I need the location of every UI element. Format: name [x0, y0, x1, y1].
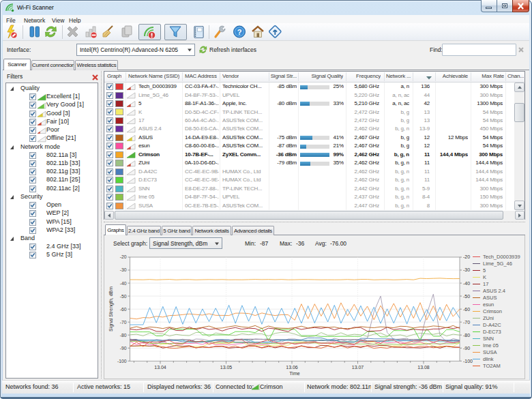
- svg-text:-30: -30: [463, 267, 470, 272]
- svg-text:-50: -50: [120, 294, 127, 299]
- svg-text:-60: -60: [120, 307, 127, 312]
- svg-text:-60: -60: [463, 307, 470, 312]
- svg-text:-50: -50: [463, 294, 470, 299]
- svg-text:-90: -90: [463, 346, 470, 351]
- svg-text:13.07: 13.07: [352, 365, 364, 370]
- svg-text:-100: -100: [463, 359, 473, 364]
- svg-text:13.08: 13.08: [417, 365, 430, 370]
- svg-text:-40: -40: [120, 281, 127, 286]
- svg-text:-100: -100: [117, 359, 127, 364]
- svg-text:13.06: 13.06: [286, 365, 298, 370]
- svg-text:-30: -30: [120, 267, 127, 272]
- svg-text:-80: -80: [463, 333, 470, 338]
- svg-text:-70: -70: [463, 320, 470, 325]
- svg-text:Time: Time: [289, 371, 299, 376]
- svg-text:-20: -20: [120, 254, 127, 259]
- svg-text:-20: -20: [463, 254, 470, 259]
- svg-text:-40: -40: [463, 281, 470, 286]
- svg-text:Signal Strength, dBm: Signal Strength, dBm: [108, 286, 114, 331]
- svg-text:13.04: 13.04: [154, 365, 166, 370]
- svg-text:?: ?: [237, 28, 242, 36]
- svg-text:-90: -90: [120, 346, 127, 351]
- svg-text:13.05: 13.05: [220, 365, 233, 370]
- svg-text:-80: -80: [120, 333, 127, 338]
- svg-text:-70: -70: [120, 320, 127, 325]
